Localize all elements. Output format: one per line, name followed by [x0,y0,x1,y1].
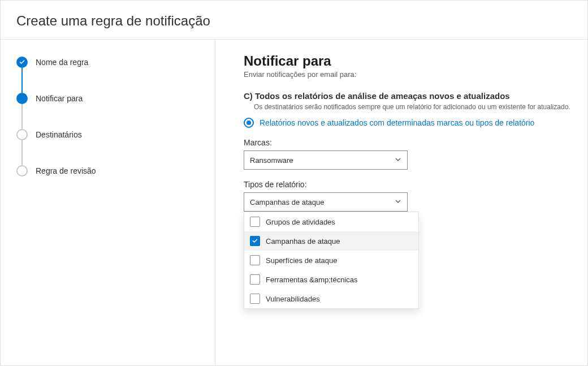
checkbox-unchecked-icon [250,294,260,304]
dropdown-option-superficies-de-ataque[interactable]: Superfícies de ataque [244,251,418,270]
tipos-dropdown: Grupos de atividades Campanhas de ataque… [244,212,419,309]
radio-selected-icon [244,118,254,128]
step-label: Regra de revisão [36,166,96,175]
step-destinatarios[interactable]: Destinatários [16,129,204,140]
marcas-label: Marcas: [244,138,574,147]
tipos-selected-value: Campanhas de ataque [250,198,395,206]
section-subtitle: Enviar notificações por email para: [244,70,574,79]
checkbox-checked-icon [250,236,260,246]
chevron-down-icon [395,155,401,165]
step-connector [21,104,23,129]
checkbox-unchecked-icon [250,217,260,227]
step-nome-da-regra[interactable]: Nome da regra [16,57,204,68]
tipos-label: Tipos de relatório: [244,180,574,189]
content-area: Nome da regra Notificar para Destinatári… [1,40,587,365]
step-label: Destinatários [36,130,82,139]
option-c-title: C) Todos os relatórios de análise de ame… [244,91,574,101]
step-regra-de-revisao[interactable]: Regra de revisão [16,165,204,176]
page-header: Create uma regra de notificação [1,1,587,39]
step-label: Notificar para [36,94,83,103]
dropdown-option-vulnerabilidades[interactable]: Vulnerabilidades [244,289,418,308]
step-connector [21,68,23,93]
step-connector [21,140,23,165]
pending-step-icon [16,165,28,176]
radio-label: Relatórios novos e atualizados com deter… [260,118,534,127]
option-c-description: Os destinatários serão notificados sempr… [254,103,574,111]
checkbox-unchecked-icon [250,274,260,285]
current-step-icon [16,93,28,104]
option-label: Superfícies de ataque [266,256,337,265]
tipos-select[interactable]: Campanhas de ataque Grupos de atividades… [244,192,408,212]
section-heading: Notificar para [244,53,574,69]
dropdown-option-campanhas-de-ataque[interactable]: Campanhas de ataque [244,231,418,251]
wizard-steps-nav: Nome da regra Notificar para Destinatári… [1,40,215,365]
pending-step-icon [16,129,28,140]
marcas-select[interactable]: Ransomware [244,150,408,170]
checkbox-unchecked-icon [250,255,260,265]
main-panel: Notificar para Enviar notificações por e… [215,40,587,365]
radio-option-filtered-reports[interactable]: Relatórios novos e atualizados com deter… [244,118,574,128]
chevron-down-icon [395,197,401,207]
step-list: Nome da regra Notificar para Destinatári… [16,57,204,176]
dropdown-option-ferramentas-tecnicas[interactable]: Ferramentas &amp;técnicas [244,270,418,289]
marcas-selected-value: Ransomware [250,156,395,165]
option-label: Grupos de atividades [266,218,335,226]
step-label: Nome da regra [36,58,88,67]
checkmark-icon [16,57,28,68]
page-title: Create uma regra de notificação [16,13,572,29]
dropdown-option-grupos-de-atividades[interactable]: Grupos de atividades [244,212,418,231]
step-notificar-para[interactable]: Notificar para [16,93,204,104]
option-label: Vulnerabilidades [266,295,320,303]
option-label: Campanhas de ataque [266,237,340,246]
option-label: Ferramentas &amp;técnicas [266,275,358,284]
